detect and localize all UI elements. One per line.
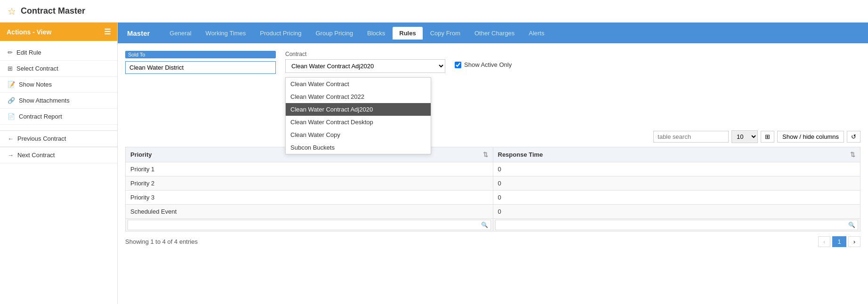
data-table: Priority ⇅ Response Time ⇅ Priority 1 0 (125, 147, 860, 232)
col-response-time[interactable]: Response Time ⇅ (493, 147, 860, 162)
sidebar-item-show-attachments[interactable]: 🔗 Show Attachments (0, 93, 117, 109)
sold-to-badge: Sold To (125, 51, 276, 58)
star-icon: ☆ (8, 6, 16, 17)
sidebar-item-contract-report[interactable]: 📄 Contract Report (0, 109, 117, 125)
tab-blocks[interactable]: Blocks (361, 27, 392, 40)
nav-tabs-bar: Master General Working Times Product Pri… (118, 23, 868, 43)
show-notes-label: Show Notes (19, 81, 52, 88)
sort-priority-icon: ⇅ (483, 151, 488, 158)
cell-response-1: 0 (493, 162, 860, 176)
contract-report-icon: 📄 (8, 113, 15, 120)
tab-copy-from[interactable]: Copy From (424, 27, 467, 40)
contract-group: Contract Clean Water Contract Clean Wate… (285, 51, 445, 73)
content-area: Master General Working Times Product Pri… (118, 23, 868, 304)
sidebar-item-select-contract[interactable]: ⊞ Select Contract (0, 61, 117, 77)
master-label: Master (123, 29, 153, 37)
select-contract-icon: ⊞ (8, 65, 13, 72)
cell-priority-3: Priority 3 (126, 191, 493, 205)
contract-label: Contract (285, 51, 445, 57)
table-row: Scheduled Event 0 (126, 205, 860, 219)
top-bar: ☆ Contract Master (0, 0, 868, 23)
form-row: Sold To Contract Clean Water Contract Cl… (125, 51, 860, 74)
tab-working-times[interactable]: Working Times (199, 27, 253, 40)
table-row: Priority 1 0 (126, 162, 860, 176)
show-active-only-group: Show Active Only (455, 61, 512, 68)
sidebar-divider (0, 125, 117, 130)
sidebar-item-previous-contract[interactable]: ← Previous Contract (0, 130, 117, 147)
sidebar: Actions - View ☰ ✏ Edit Rule ⊞ Select Co… (0, 23, 118, 304)
tab-other-charges[interactable]: Other Charges (468, 27, 521, 40)
contract-select[interactable]: Clean Water Contract Clean Water Contrac… (285, 59, 445, 73)
next-contract-icon: → (8, 152, 14, 159)
dropdown-item-3[interactable]: Clean Water Contract Adj2020 (286, 103, 431, 116)
pagination-info: Showing 1 to 4 of 4 entries (125, 238, 198, 245)
nav-tabs: General Working Times Product Pricing Gr… (163, 27, 862, 40)
sold-to-input[interactable] (125, 61, 276, 74)
sidebar-item-show-notes[interactable]: 📝 Show Notes (0, 77, 117, 93)
priority-filter-wrapper: 🔍 (128, 220, 491, 230)
edit-rule-label: Edit Rule (16, 49, 41, 56)
response-time-search-icon: 🔍 (848, 222, 855, 228)
contract-dropdown: Clean Water Contract Clean Water Contrac… (285, 77, 431, 154)
previous-contract-icon: ← (8, 135, 14, 142)
show-active-only-checkbox[interactable] (455, 62, 461, 68)
dropdown-item-2[interactable]: Clean Water Contract 2022 (286, 90, 431, 103)
content-body: Sold To Contract Clean Water Contract Cl… (118, 43, 868, 304)
prev-page-button[interactable]: ‹ (818, 236, 830, 247)
show-hide-columns-button[interactable]: Show / hide columns (777, 131, 844, 143)
response-time-filter-input[interactable] (495, 220, 859, 230)
contract-report-label: Contract Report (19, 113, 62, 120)
table-search-input[interactable] (653, 131, 729, 143)
response-time-filter-wrapper: 🔍 (495, 220, 859, 230)
cell-response-2: 0 (493, 176, 860, 191)
priority-search-icon: 🔍 (481, 222, 488, 228)
hamburger-icon[interactable]: ☰ (104, 27, 111, 36)
reset-button[interactable]: ↺ (847, 131, 860, 143)
sort-response-time-icon: ⇅ (850, 151, 855, 158)
tab-alerts[interactable]: Alerts (522, 27, 551, 40)
page-size-select[interactable]: 10 25 50 100 (731, 130, 758, 143)
sidebar-header: Actions - View ☰ (0, 23, 117, 41)
table-row: Priority 2 0 (126, 176, 860, 191)
table-controls: 10 25 50 100 ⊞ Show / hide columns ↺ (125, 130, 860, 143)
next-page-button[interactable]: › (848, 236, 860, 247)
filter-cell-priority: 🔍 (126, 219, 493, 232)
cell-scheduled-event: Scheduled Event (126, 205, 493, 219)
sidebar-item-edit-rule[interactable]: ✏ Edit Rule (0, 45, 117, 61)
previous-contract-label: Previous Contract (17, 135, 66, 142)
export-icon: ⊞ (765, 133, 770, 140)
next-contract-label: Next Contract (17, 152, 55, 159)
show-notes-icon: 📝 (8, 81, 15, 88)
tab-rules[interactable]: Rules (393, 27, 422, 40)
table-filter-row: 🔍 🔍 (126, 219, 860, 232)
cell-priority-2: Priority 2 (126, 176, 493, 191)
show-hide-columns-label: Show / hide columns (782, 133, 839, 140)
sidebar-header-title: Actions - View (7, 28, 51, 36)
app-title: Contract Master (21, 6, 85, 16)
tab-group-pricing[interactable]: Group Pricing (309, 27, 360, 40)
export-button[interactable]: ⊞ (761, 131, 774, 143)
sold-to-group: Sold To (125, 51, 276, 74)
filter-cell-response-time: 🔍 (493, 219, 860, 232)
dropdown-item-1[interactable]: Clean Water Contract (286, 78, 431, 90)
sidebar-item-next-contract[interactable]: → Next Contract (0, 147, 117, 163)
dropdown-item-6[interactable]: Subcon Buckets (286, 141, 431, 154)
priority-filter-input[interactable] (128, 220, 491, 230)
tab-general[interactable]: General (163, 27, 198, 40)
cell-response-3: 0 (493, 191, 860, 205)
page-1-button[interactable]: 1 (832, 236, 846, 247)
tab-product-pricing[interactable]: Product Pricing (253, 27, 308, 40)
edit-rule-icon: ✏ (8, 49, 13, 56)
dropdown-item-4[interactable]: Clean Water Contract Desktop (286, 116, 431, 128)
select-contract-label: Select Contract (16, 65, 58, 72)
table-row: Priority 3 0 (126, 191, 860, 205)
sidebar-menu: ✏ Edit Rule ⊞ Select Contract 📝 Show Not… (0, 41, 117, 167)
pagination-controls: ‹ 1 › (818, 236, 860, 247)
show-attachments-icon: 🔗 (8, 97, 15, 104)
show-active-only-label: Show Active Only (464, 61, 512, 68)
main-layout: Actions - View ☰ ✏ Edit Rule ⊞ Select Co… (0, 23, 868, 304)
cell-response-scheduled: 0 (493, 205, 860, 219)
show-attachments-label: Show Attachments (19, 97, 70, 104)
table-header-row: Priority ⇅ Response Time ⇅ (126, 147, 860, 162)
dropdown-item-5[interactable]: Clean Water Copy (286, 128, 431, 141)
